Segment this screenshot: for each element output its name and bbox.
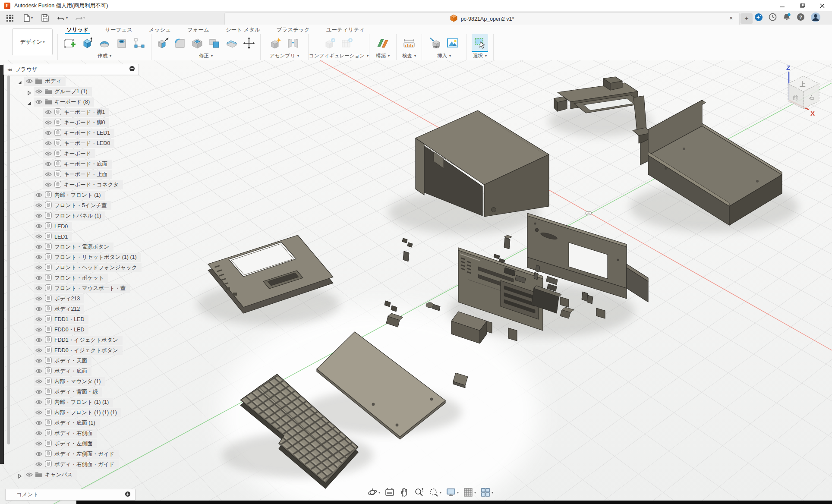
tree-expand-arrow[interactable] — [27, 214, 32, 219]
visibility-eye-icon[interactable] — [35, 306, 42, 313]
remove-panel-icon[interactable] — [129, 66, 135, 73]
tree-expand-arrow[interactable] — [17, 472, 22, 478]
tree-expand-arrow[interactable] — [27, 369, 32, 374]
browser-tree-row-35[interactable]: ボディ・左側面 — [27, 439, 97, 448]
joint-icon[interactable] — [285, 34, 301, 52]
new-component-icon[interactable] — [268, 34, 284, 52]
visibility-eye-icon[interactable] — [35, 461, 42, 469]
visibility-eye-icon[interactable] — [35, 450, 42, 458]
origin-marker[interactable] — [586, 211, 592, 215]
rectangular-pattern-icon[interactable] — [131, 34, 147, 52]
group-label-configuration[interactable]: コンフィギュレーション▾ — [309, 52, 369, 60]
browser-tree-row-2[interactable]: キーボード (8) — [27, 98, 94, 107]
browser-tree-row-3[interactable]: キーボード・脚1 — [36, 108, 109, 117]
extensions-icon[interactable] — [754, 13, 763, 23]
group-label-create[interactable]: 作成▾ — [98, 52, 111, 60]
tree-expand-arrow[interactable] — [27, 89, 32, 94]
configuration-table-icon[interactable] — [339, 34, 356, 52]
workspace-selector[interactable]: デザイン ▾ — [12, 28, 53, 55]
look-at-button[interactable] — [383, 486, 396, 498]
tree-expand-arrow[interactable] — [27, 276, 32, 281]
browser-tree-row-37[interactable]: ボディ・右側面・ガイド — [27, 460, 119, 469]
tree-expand-arrow[interactable] — [27, 441, 32, 447]
thicken-icon[interactable] — [224, 34, 240, 52]
tab-surface[interactable]: サーフェス — [103, 25, 134, 34]
tree-expand-arrow[interactable] — [36, 141, 41, 146]
new-tab-button[interactable]: + — [741, 13, 753, 24]
browser-tree-row-22[interactable]: ボディ212 — [27, 305, 84, 314]
minimize-button[interactable] — [772, 0, 792, 11]
tree-expand-arrow[interactable] — [27, 286, 32, 291]
insert-derive-icon[interactable] — [427, 34, 444, 52]
browser-tree-row-5[interactable]: キーボード・LED1 — [36, 129, 114, 138]
redo-icon[interactable]: ▾ — [72, 13, 88, 24]
browser-tree-row-26[interactable]: FDD0・イジェクトボタン — [27, 346, 123, 355]
visibility-eye-icon[interactable] — [45, 119, 52, 127]
viewcube-front-label[interactable]: 前 — [793, 94, 798, 101]
tab-utilities[interactable]: ユーティリティ — [325, 25, 366, 34]
browser-tree-row-10[interactable]: キーボード・コネクタ — [36, 180, 123, 189]
tab-plastic[interactable]: プラスチック — [275, 25, 312, 34]
orbit-button[interactable]: ▾ — [366, 486, 381, 498]
tree-expand-arrow[interactable] — [27, 224, 32, 229]
configuration-icon[interactable] — [322, 34, 338, 52]
visibility-eye-icon[interactable] — [35, 98, 42, 106]
visibility-eye-icon[interactable] — [35, 440, 42, 448]
visibility-eye-icon[interactable] — [35, 419, 42, 427]
visibility-eye-icon[interactable] — [35, 223, 42, 230]
browser-tree-row-36[interactable]: ボディ・左側面・ガイド — [27, 450, 119, 459]
save-icon[interactable] — [39, 13, 51, 24]
group-label-inspect[interactable]: 検査▾ — [402, 52, 416, 60]
visibility-eye-icon[interactable] — [45, 109, 52, 117]
tab-sheet-metal[interactable]: シート メタル — [224, 25, 262, 34]
visibility-eye-icon[interactable] — [26, 471, 33, 479]
visibility-eye-icon[interactable] — [35, 347, 42, 355]
tree-expand-arrow[interactable] — [27, 265, 32, 271]
browser-tree-row-7[interactable]: キーボード — [36, 149, 95, 158]
browser-tree-row-24[interactable]: FDD0・LED — [27, 325, 88, 334]
visibility-eye-icon[interactable] — [35, 243, 42, 251]
tab-solid[interactable]: ソリッド — [65, 25, 90, 34]
tree-expand-arrow[interactable] — [27, 421, 32, 426]
undo-icon[interactable]: ▾ — [55, 13, 70, 24]
viewcube-top-label[interactable]: 上 — [800, 81, 806, 88]
visibility-eye-icon[interactable] — [45, 161, 52, 168]
visibility-eye-icon[interactable] — [35, 388, 42, 396]
visibility-eye-icon[interactable] — [35, 368, 42, 375]
maximize-button[interactable] — [792, 0, 812, 11]
visibility-eye-icon[interactable] — [35, 212, 42, 220]
tree-expand-arrow[interactable] — [27, 462, 32, 467]
tree-expand-arrow[interactable] — [27, 348, 32, 353]
visibility-eye-icon[interactable] — [35, 285, 42, 293]
browser-tree-row-18[interactable]: フロント・ヘッドフォンジャック — [27, 263, 142, 272]
shell-icon[interactable] — [189, 34, 205, 52]
tree-expand-arrow[interactable] — [17, 79, 22, 84]
browser-tree-row-20[interactable]: フロント・マウスポート・蓋 — [27, 284, 130, 293]
tree-expand-arrow[interactable] — [36, 151, 41, 157]
visibility-eye-icon[interactable] — [35, 430, 42, 438]
browser-tree-row-21[interactable]: ボディ213 — [27, 294, 84, 303]
group-label-insert[interactable]: 挿入▾ — [437, 52, 451, 60]
visibility-eye-icon[interactable] — [35, 378, 42, 386]
tree-expand-arrow[interactable] — [27, 234, 32, 239]
tree-expand-arrow[interactable] — [27, 193, 32, 198]
tree-expand-arrow[interactable] — [27, 390, 32, 395]
browser-tree-row-15[interactable]: LED1 — [27, 232, 72, 241]
tree-expand-arrow[interactable] — [27, 379, 32, 384]
app-grid-icon[interactable] — [3, 13, 16, 24]
visibility-eye-icon[interactable] — [26, 78, 33, 85]
tree-expand-arrow[interactable] — [36, 183, 41, 188]
fit-button[interactable]: ▾ — [427, 486, 443, 498]
visibility-eye-icon[interactable] — [45, 140, 52, 148]
visibility-eye-icon[interactable] — [35, 88, 42, 96]
insert-canvas-icon[interactable] — [444, 34, 461, 52]
job-status-icon[interactable] — [769, 13, 777, 23]
group-label-modify[interactable]: 修正▾ — [199, 52, 213, 60]
visibility-eye-icon[interactable] — [35, 274, 42, 282]
create-sketch-icon[interactable] — [62, 34, 78, 52]
combine-icon[interactable] — [206, 34, 223, 52]
browser-tree-row-28[interactable]: ボディ・底面 — [27, 367, 91, 376]
visibility-eye-icon[interactable] — [35, 264, 42, 272]
browser-tree-row-38[interactable]: キャンバス — [17, 470, 77, 479]
tree-expand-arrow[interactable] — [27, 296, 32, 302]
